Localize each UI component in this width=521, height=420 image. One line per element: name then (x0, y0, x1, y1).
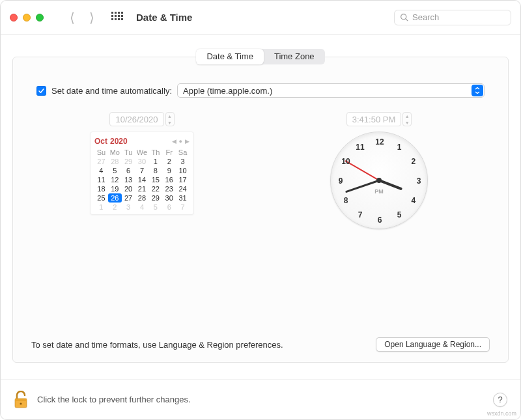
calendar-day[interactable]: 1 (94, 203, 108, 212)
calendar-day[interactable]: 9 (162, 166, 176, 175)
calendar-day[interactable]: 30 (135, 157, 149, 166)
clock-number: 4 (412, 196, 416, 205)
clock-number: 1 (397, 143, 402, 152)
clock-number: 5 (397, 210, 402, 219)
calendar-dow: Sa (176, 148, 190, 157)
calendar-day[interactable]: 13 (122, 175, 135, 184)
calendar-dow: Tu (122, 148, 135, 157)
back-button[interactable]: ⟨ (70, 10, 75, 25)
calendar-day[interactable]: 10 (176, 166, 190, 175)
auto-set-checkbox[interactable] (36, 86, 46, 96)
clock-number: 3 (417, 176, 421, 186)
svg-point-16 (20, 402, 21, 404)
calendar-day[interactable]: 8 (148, 166, 162, 175)
calendar-day[interactable]: 3 (122, 203, 135, 212)
time-field[interactable]: 3:41:50 PM (346, 112, 402, 126)
date-stepper-arrows[interactable]: ▲▼ (165, 112, 175, 126)
minimize-window-button[interactable] (23, 14, 31, 21)
calendar-day[interactable]: 2 (108, 203, 122, 212)
svg-rect-8 (111, 18, 113, 20)
calendar-day[interactable]: 1 (148, 157, 162, 166)
chevron-down-icon (472, 85, 483, 96)
calendar-prev-button[interactable]: ◀ (172, 138, 176, 145)
calendar-day[interactable]: 16 (162, 175, 176, 184)
calendar-dow: Mo (108, 148, 122, 157)
date-field[interactable]: 10/26/2020 (109, 112, 163, 126)
clock-ampm: PM (374, 188, 384, 195)
svg-rect-11 (121, 18, 123, 20)
calendar-day[interactable]: 3 (176, 157, 190, 166)
search-input[interactable]: Search (394, 10, 511, 25)
svg-rect-4 (111, 15, 113, 17)
clock-number: 2 (412, 157, 416, 166)
calendar-nav: ◀ ● ▶ (172, 138, 190, 145)
calendar-day[interactable]: 5 (148, 203, 162, 212)
zoom-window-button[interactable] (36, 14, 44, 21)
time-stepper-arrows[interactable]: ▲▼ (402, 112, 412, 126)
calendar-day[interactable]: 12 (108, 175, 122, 184)
calendar-day[interactable]: 22 (148, 184, 162, 193)
close-window-button[interactable] (10, 14, 18, 21)
lock-hint: Click the lock to prevent further change… (37, 395, 484, 404)
help-button[interactable]: ? (493, 393, 507, 407)
formats-hint: To set date and time formats, use Langua… (31, 340, 283, 350)
calendar-day[interactable]: 4 (135, 203, 149, 212)
calendar[interactable]: Oct2020 ◀ ● ▶ SuMoTuWeThFrSa272829301234… (90, 132, 194, 215)
search-placeholder: Search (412, 12, 439, 22)
clock-pivot (376, 178, 382, 183)
calendar-day[interactable]: 21 (135, 184, 149, 193)
tab-date-time[interactable]: Date & Time (196, 49, 264, 64)
clock-number: 6 (378, 216, 382, 225)
calendar-day[interactable]: 11 (94, 175, 108, 184)
clock-number: 10 (341, 157, 350, 166)
svg-rect-1 (115, 12, 117, 14)
open-language-region-button[interactable]: Open Language & Region... (376, 337, 490, 352)
calendar-day[interactable]: 24 (176, 184, 190, 193)
clock-number: 7 (358, 210, 363, 219)
calendar-day[interactable]: 23 (162, 184, 176, 193)
lock-icon[interactable] (14, 391, 28, 409)
calendar-day[interactable]: 20 (122, 184, 135, 193)
calendar-month-year: Oct2020 (94, 137, 128, 146)
calendar-day[interactable]: 28 (108, 157, 122, 166)
calendar-dow: We (135, 148, 149, 157)
svg-line-13 (406, 19, 408, 21)
calendar-day[interactable]: 28 (135, 193, 149, 203)
calendar-day[interactable]: 31 (176, 193, 190, 203)
calendar-day[interactable]: 25 (94, 193, 108, 203)
calendar-day[interactable]: 29 (148, 193, 162, 203)
calendar-day[interactable]: 17 (176, 175, 190, 184)
calendar-day[interactable]: 2 (162, 157, 176, 166)
calendar-day[interactable]: 14 (135, 175, 149, 184)
calendar-day[interactable]: 29 (122, 157, 135, 166)
calendar-day[interactable]: 7 (135, 166, 149, 175)
calendar-day[interactable]: 7 (176, 203, 190, 212)
clock-number: 11 (356, 143, 364, 152)
checkmark-icon (38, 87, 45, 94)
calendar-day[interactable]: 4 (94, 166, 108, 175)
calendar-today-button[interactable]: ● (179, 138, 182, 145)
calendar-day[interactable]: 27 (94, 157, 108, 166)
time-server-value: Apple (time.apple.com.) (183, 86, 272, 96)
svg-rect-7 (121, 15, 123, 17)
calendar-day[interactable]: 27 (122, 193, 135, 203)
svg-rect-15 (15, 399, 27, 401)
tab-time-zone[interactable]: Time Zone (264, 49, 325, 64)
window-controls (10, 14, 44, 21)
forward-button[interactable]: ⟩ (89, 10, 94, 25)
svg-rect-2 (118, 12, 120, 14)
auto-set-label: Set date and time automatically: (51, 86, 172, 96)
calendar-next-button[interactable]: ▶ (185, 138, 190, 145)
time-stepper: 3:41:50 PM ▲▼ (346, 112, 412, 126)
calendar-day[interactable]: 18 (94, 184, 108, 193)
svg-rect-3 (121, 12, 123, 14)
calendar-day[interactable]: 6 (122, 166, 135, 175)
calendar-day[interactable]: 6 (162, 203, 176, 212)
time-server-combo[interactable]: Apple (time.apple.com.) (177, 83, 485, 98)
calendar-day[interactable]: 19 (108, 184, 122, 193)
show-all-prefs-icon[interactable] (111, 12, 123, 23)
calendar-day[interactable]: 15 (148, 175, 162, 184)
calendar-day[interactable]: 5 (108, 166, 122, 175)
calendar-day[interactable]: 30 (162, 193, 176, 203)
calendar-day[interactable]: 26 (108, 193, 122, 203)
